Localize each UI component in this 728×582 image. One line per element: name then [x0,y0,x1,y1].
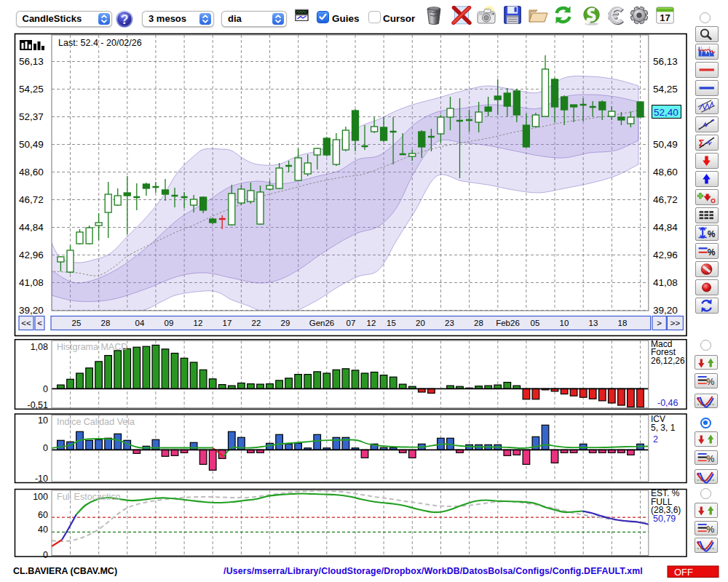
svg-text:%: % [706,525,714,535]
svg-text:29: 29 [281,319,290,327]
svg-text:Indice Calidad Vela: Indice Calidad Vela [57,417,135,427]
svg-text:56,13: 56,13 [19,56,44,67]
svg-text:5, 3, 1: 5, 3, 1 [651,423,676,433]
svg-text:-10: -10 [35,474,48,484]
svg-text:52,37: 52,37 [19,111,44,122]
svg-text:52,40: 52,40 [654,107,678,118]
svg-text:%: % [706,454,714,464]
svg-text:48,60: 48,60 [19,167,44,178]
svg-text:Full Estocastico: Full Estocastico [57,492,121,502]
svg-text:39,20: 39,20 [19,305,44,316]
svg-text:54,25: 54,25 [653,84,678,95]
svg-text:09: 09 [165,319,174,327]
svg-text:0: 0 [43,384,48,394]
svg-text:15: 15 [387,319,396,327]
svg-text:07: 07 [347,319,356,327]
svg-text:0: 0 [43,443,48,453]
svg-text:44,84: 44,84 [653,222,678,233]
svg-text:>>: >> [670,319,681,327]
svg-text:46,72: 46,72 [19,194,44,205]
svg-text:13: 13 [589,319,598,327]
svg-text:Histgrama MACD: Histgrama MACD [57,342,127,352]
svg-text:<<: << [21,319,31,327]
svg-text:50,79: 50,79 [653,514,676,524]
svg-text:41,08: 41,08 [19,277,44,288]
svg-text:/Users/mserra/Library/CloudSto: /Users/mserra/Library/CloudStorage/Dropb… [223,566,643,576]
svg-text:41,08: 41,08 [653,277,678,288]
svg-text:46,72: 46,72 [653,194,678,205]
svg-text:CL.BAVIERA (CBAV.MC): CL.BAVIERA (CBAV.MC) [13,566,117,576]
svg-text:12: 12 [367,319,376,327]
svg-text:Gen26: Gen26 [309,319,335,327]
svg-text:20: 20 [416,319,425,327]
svg-text:<: < [37,319,42,327]
svg-text:44,84: 44,84 [19,222,44,233]
svg-text:28: 28 [101,319,111,327]
svg-text:Feb26: Feb26 [496,319,520,327]
svg-text:28: 28 [474,319,483,327]
svg-text:2: 2 [653,434,658,445]
svg-text:>: > [657,319,662,327]
svg-text:100: 100 [33,492,48,502]
svg-text:22: 22 [252,319,261,327]
svg-text:39,20: 39,20 [653,305,678,316]
svg-text:17: 17 [223,319,232,327]
svg-text:12: 12 [194,319,203,327]
svg-text:42,96: 42,96 [653,250,678,260]
svg-text:48,60: 48,60 [653,167,678,178]
svg-text:04: 04 [135,319,145,327]
svg-text:23: 23 [445,319,454,327]
svg-text:25: 25 [72,319,82,327]
svg-text:-0,46: -0,46 [657,398,678,408]
svg-text:%: % [706,377,714,387]
svg-text:17: 17 [660,12,670,23]
svg-text:42,96: 42,96 [19,250,44,260]
svg-text:05: 05 [531,319,540,327]
svg-text:56,13: 56,13 [653,56,678,67]
svg-text:50,49: 50,49 [653,139,678,150]
svg-text:Last: 52.4 - 20/02/26: Last: 52.4 - 20/02/26 [58,38,142,48]
svg-text:OFF: OFF [674,567,693,578]
svg-text:54,25: 54,25 [19,84,44,95]
svg-text:50,49: 50,49 [19,139,44,150]
svg-text:10: 10 [38,415,48,426]
svg-text:?: ? [121,12,129,27]
svg-text:26,12,26: 26,12,26 [651,356,685,366]
svg-text:40: 40 [38,525,48,535]
svg-text:0: 0 [43,550,48,560]
svg-text:18: 18 [618,319,628,327]
svg-text:-0,51: -0,51 [28,400,49,410]
svg-text:%: % [708,229,716,239]
svg-text:60: 60 [38,510,48,520]
svg-text:%: % [708,247,716,258]
svg-text:10: 10 [560,319,569,327]
svg-text:1,08: 1,08 [31,342,48,352]
